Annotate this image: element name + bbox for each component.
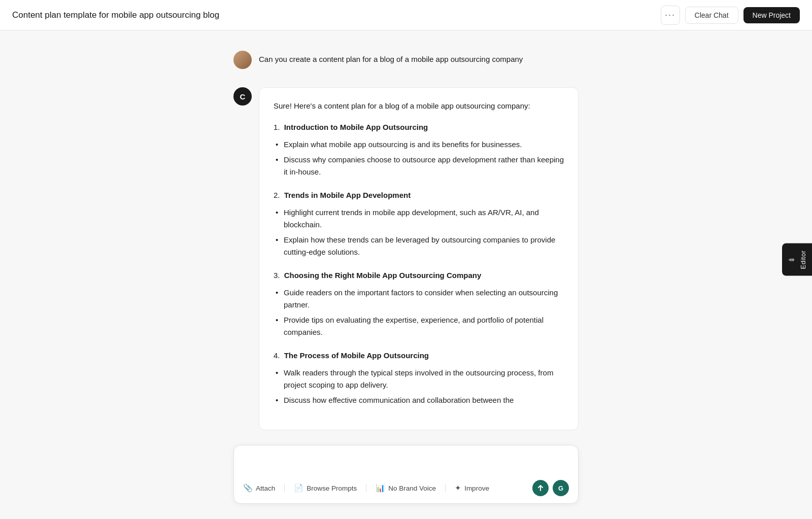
list-item: 3. Choosing the Right Mobile App Outsour… xyxy=(274,269,564,338)
messages-container: Can you create a content plan for a blog… xyxy=(223,51,589,440)
toolbar-right: G xyxy=(532,480,569,496)
bullet-list: Walk readers through the typical steps i… xyxy=(274,367,564,406)
bullet-item: Explain how these trends can be leverage… xyxy=(274,234,564,258)
page-title: Content plan template for mobile app out… xyxy=(12,10,219,20)
brand-voice-label: No Brand Voice xyxy=(388,485,436,492)
avatar-image xyxy=(233,51,252,69)
bullet-item: Provide tips on evaluating the expertise… xyxy=(274,314,564,338)
brand-voice-button[interactable]: 📊 No Brand Voice xyxy=(376,483,436,493)
ai-message: C Sure! Here's a content plan for a blog… xyxy=(233,87,579,430)
editor-tab-label: Editor xyxy=(799,250,807,269)
attach-label: Attach xyxy=(256,485,275,492)
header: Content plan template for mobile app out… xyxy=(0,0,812,30)
list-item: 2. Trends in Mobile App Development High… xyxy=(274,189,564,258)
bullet-item: Highlight current trends in mobile app d… xyxy=(274,206,564,231)
bullet-item: Walk readers through the typical steps i… xyxy=(274,367,564,391)
item-number: 1. xyxy=(274,123,280,131)
item-number: 4. xyxy=(274,351,280,360)
item-title: The Process of Mobile App Outsourcing xyxy=(284,351,429,360)
attach-button[interactable]: 📎 Attach xyxy=(243,483,275,493)
new-project-button[interactable]: New Project xyxy=(743,7,800,23)
toolbar-divider xyxy=(366,484,366,492)
item-number: 2. xyxy=(274,191,280,199)
attach-icon: 📎 xyxy=(243,483,253,493)
chat-input[interactable] xyxy=(243,454,569,473)
improve-button[interactable]: ✦ Improve xyxy=(455,483,489,493)
item-header: 2. Trends in Mobile App Development xyxy=(274,189,564,201)
bullet-item: Discuss how effective communication and … xyxy=(274,394,564,406)
bullet-item: Discuss why companies choose to outsourc… xyxy=(274,154,564,178)
item-title: Choosing the Right Mobile App Outsourcin… xyxy=(284,271,482,280)
user-message: Can you create a content plan for a blog… xyxy=(233,51,579,69)
brand-voice-icon: 📊 xyxy=(376,483,385,493)
toolbar-divider xyxy=(284,484,285,492)
bullet-item: Explain what mobile app outsourcing is a… xyxy=(274,139,564,151)
grammar-button[interactable]: G xyxy=(553,480,569,496)
editor-tab[interactable]: ✏ Editor xyxy=(782,243,812,276)
list-item: 1. Introduction to Mobile App Outsourcin… xyxy=(274,121,564,178)
ai-message-content: Sure! Here's a content plan for a blog o… xyxy=(259,87,579,430)
bullet-list: Explain what mobile app outsourcing is a… xyxy=(274,139,564,178)
bullet-list: Highlight current trends in mobile app d… xyxy=(274,206,564,258)
browse-prompts-label: Browse Prompts xyxy=(307,485,357,492)
send-icon xyxy=(537,485,544,492)
list-item: 4. The Process of Mobile App Outsourcing… xyxy=(274,350,564,406)
user-avatar xyxy=(233,51,252,69)
more-options-button[interactable]: ··· xyxy=(661,6,680,25)
improve-icon: ✦ xyxy=(455,483,461,493)
input-toolbar: 📎 Attach 📄 Browse Prompts 📊 No Brand Voi… xyxy=(243,480,569,496)
item-header: 1. Introduction to Mobile App Outsourcin… xyxy=(274,121,564,133)
clear-chat-button[interactable]: Clear Chat xyxy=(685,7,738,24)
send-button[interactable] xyxy=(532,480,549,496)
input-area: 📎 Attach 📄 Browse Prompts 📊 No Brand Voi… xyxy=(233,445,579,504)
editor-pencil-icon: ✏ xyxy=(787,256,795,264)
toolbar-left: 📎 Attach 📄 Browse Prompts 📊 No Brand Voi… xyxy=(243,483,489,493)
ai-intro-text: Sure! Here's a content plan for a blog o… xyxy=(274,100,564,112)
item-number: 3. xyxy=(274,271,280,280)
item-title: Trends in Mobile App Development xyxy=(284,191,411,199)
bullet-item: Guide readers on the important factors t… xyxy=(274,287,564,311)
browse-prompts-button[interactable]: 📄 Browse Prompts xyxy=(294,483,357,493)
editor-tab-wrapper: ✏ Editor xyxy=(782,243,812,276)
item-header: 4. The Process of Mobile App Outsourcing xyxy=(274,350,564,362)
content-list: 1. Introduction to Mobile App Outsourcin… xyxy=(274,121,564,406)
header-actions: ··· Clear Chat New Project xyxy=(661,6,800,25)
browse-icon: 📄 xyxy=(294,483,303,493)
item-title: Introduction to Mobile App Outsourcing xyxy=(284,123,428,131)
grammar-icon: G xyxy=(558,485,563,492)
item-header: 3. Choosing the Right Mobile App Outsour… xyxy=(274,269,564,282)
ai-avatar: C xyxy=(233,87,252,106)
toolbar-divider xyxy=(445,484,446,492)
bullet-list: Guide readers on the important factors t… xyxy=(274,287,564,338)
user-message-text: Can you create a content plan for a blog… xyxy=(259,51,523,65)
improve-label: Improve xyxy=(464,485,489,492)
